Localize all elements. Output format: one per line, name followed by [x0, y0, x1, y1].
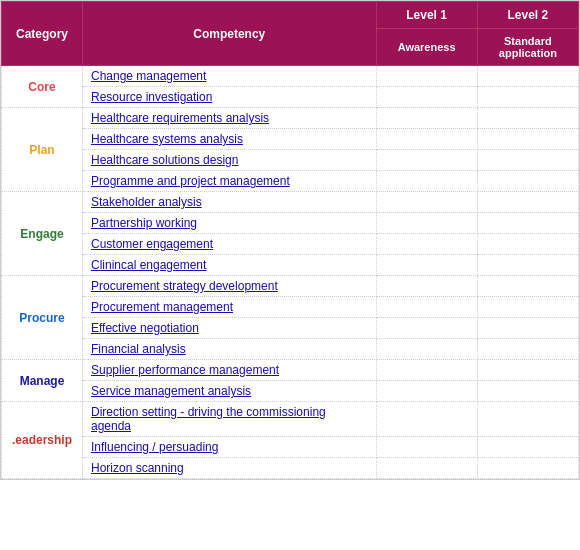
competency-cell: Horizon scanning: [82, 458, 376, 479]
header-row: Category Competency Level 1 Level 2: [2, 2, 579, 29]
category-cell: Manage: [2, 360, 83, 402]
level1-cell: [376, 150, 477, 171]
table-row: Customer engagement: [2, 234, 579, 255]
level1-cell: [376, 255, 477, 276]
category-label: Engage: [20, 227, 63, 241]
level2-cell: [477, 234, 578, 255]
competency-link[interactable]: Procurement strategy development: [91, 279, 278, 293]
competency-cell: Partnership working: [82, 213, 376, 234]
level1-cell: [376, 276, 477, 297]
table-row: Horizon scanning: [2, 458, 579, 479]
level1-cell: [376, 339, 477, 360]
table-row: Partnership working: [2, 213, 579, 234]
competency-link[interactable]: Service management analysis: [91, 384, 251, 398]
category-label: Core: [28, 80, 55, 94]
category-header: Category: [2, 2, 83, 66]
table-row: EngageStakeholder analysis: [2, 192, 579, 213]
competency-link[interactable]: Financial analysis: [91, 342, 186, 356]
competency-cell: Healthcare systems analysis: [82, 129, 376, 150]
level1-cell: [376, 87, 477, 108]
category-label: Manage: [20, 374, 65, 388]
table-row: Procurement management: [2, 297, 579, 318]
competency-cell: Healthcare solutions design: [82, 150, 376, 171]
competency-cell: Procurement strategy development: [82, 276, 376, 297]
competency-link[interactable]: Customer engagement: [91, 237, 213, 251]
table-row: Effective negotiation: [2, 318, 579, 339]
category-label: Plan: [29, 143, 54, 157]
competency-cell: Customer engagement: [82, 234, 376, 255]
level2-cell: [477, 255, 578, 276]
competency-cell: Influencing / persuading: [82, 437, 376, 458]
competency-cell: Procurement management: [82, 297, 376, 318]
category-label: Procure: [19, 311, 64, 325]
competency-link[interactable]: Partnership working: [91, 216, 197, 230]
table-row: Healthcare solutions design: [2, 150, 579, 171]
level2-cell: [477, 381, 578, 402]
level2-cell: [477, 129, 578, 150]
table-row: Programme and project management: [2, 171, 579, 192]
level2-cell: [477, 213, 578, 234]
level2-header: Level 2: [477, 2, 578, 29]
table-row: ProcureProcurement strategy development: [2, 276, 579, 297]
table-row: Service management analysis: [2, 381, 579, 402]
level1-cell: [376, 213, 477, 234]
competency-link[interactable]: Direction setting - driving the commissi…: [91, 405, 326, 433]
competency-cell: Direction setting - driving the commissi…: [82, 402, 376, 437]
competency-link[interactable]: Supplier performance management: [91, 363, 279, 377]
table-row: Influencing / persuading: [2, 437, 579, 458]
table-row: ManageSupplier performance management: [2, 360, 579, 381]
competency-cell: Service management analysis: [82, 381, 376, 402]
level1-header: Level 1: [376, 2, 477, 29]
competency-cell: Clinincal engagement: [82, 255, 376, 276]
level1-cell: [376, 318, 477, 339]
level2-cell: [477, 402, 578, 437]
level1-cell: [376, 234, 477, 255]
competency-cell: Stakeholder analysis: [82, 192, 376, 213]
competency-link[interactable]: Clinincal engagement: [91, 258, 206, 272]
competency-link[interactable]: Stakeholder analysis: [91, 195, 202, 209]
competency-link[interactable]: Healthcare requirements analysis: [91, 111, 269, 125]
competency-cell: Change management: [82, 66, 376, 87]
competency-cell: Resource investigation: [82, 87, 376, 108]
main-table-container: Category Competency Level 1 Level 2 Awar…: [0, 0, 580, 480]
competency-link[interactable]: Effective negotiation: [91, 321, 199, 335]
level1-cell: [376, 129, 477, 150]
level2-sub-header: Standard application: [477, 29, 578, 66]
level1-cell: [376, 381, 477, 402]
competency-cell: Healthcare requirements analysis: [82, 108, 376, 129]
competency-header: Competency: [82, 2, 376, 66]
competency-cell: Effective negotiation: [82, 318, 376, 339]
table-row: .eadershipDirection setting - driving th…: [2, 402, 579, 437]
table-row: Clinincal engagement: [2, 255, 579, 276]
table-row: Healthcare systems analysis: [2, 129, 579, 150]
level2-cell: [477, 318, 578, 339]
category-label: .eadership: [12, 433, 72, 447]
level2-cell: [477, 360, 578, 381]
level1-cell: [376, 108, 477, 129]
competency-link[interactable]: Programme and project management: [91, 174, 290, 188]
competency-link[interactable]: Resource investigation: [91, 90, 212, 104]
level2-cell: [477, 192, 578, 213]
competency-link[interactable]: Procurement management: [91, 300, 233, 314]
level2-cell: [477, 87, 578, 108]
competency-link[interactable]: Influencing / persuading: [91, 440, 218, 454]
competency-link[interactable]: Healthcare systems analysis: [91, 132, 243, 146]
competency-cell: Programme and project management: [82, 171, 376, 192]
level1-cell: [376, 402, 477, 437]
category-cell: Engage: [2, 192, 83, 276]
level2-cell: [477, 297, 578, 318]
level1-sub-header: Awareness: [376, 29, 477, 66]
level1-cell: [376, 192, 477, 213]
level2-cell: [477, 66, 578, 87]
level2-cell: [477, 458, 578, 479]
level2-cell: [477, 276, 578, 297]
competency-link[interactable]: Horizon scanning: [91, 461, 184, 475]
level1-cell: [376, 437, 477, 458]
level2-cell: [477, 108, 578, 129]
level2-cell: [477, 171, 578, 192]
level1-cell: [376, 171, 477, 192]
competency-link[interactable]: Change management: [91, 69, 206, 83]
competency-link[interactable]: Healthcare solutions design: [91, 153, 238, 167]
competency-table: Category Competency Level 1 Level 2 Awar…: [1, 1, 579, 479]
level2-cell: [477, 150, 578, 171]
